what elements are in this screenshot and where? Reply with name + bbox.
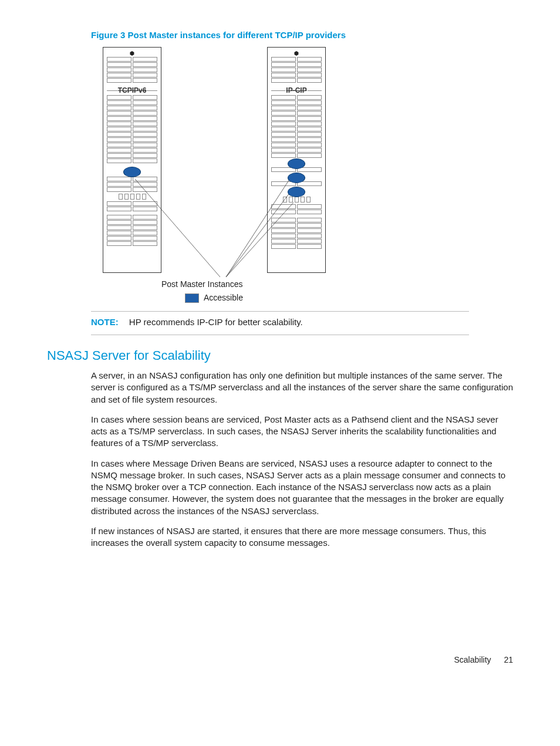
legend-label: Accessible xyxy=(204,292,243,303)
rack-label-ipcip: IP-CIP xyxy=(285,86,307,95)
page-footer: Scalability 21 xyxy=(47,654,513,666)
paragraph: A server, in an NSASJ configuration has … xyxy=(91,370,513,406)
hp-logo-icon: ⬢ xyxy=(271,50,322,57)
post-master-dot xyxy=(288,187,305,197)
section-title: NSASJ Server for Scalability xyxy=(47,347,513,364)
post-master-dot xyxy=(123,167,141,177)
paragraph: In cases where session beans are service… xyxy=(91,414,513,450)
section-body: A server, in an NSASJ configuration has … xyxy=(47,370,513,549)
rack-ipcip: ⬢ IP-CIP xyxy=(267,47,326,273)
note-label: NOTE: xyxy=(91,317,119,327)
paragraph: In cases where Message Driven Beans are … xyxy=(91,458,513,517)
rack-label-tcpipv6: TCPIPv6 xyxy=(117,86,147,95)
hp-logo-icon: ⬢ xyxy=(107,50,157,57)
legend: Accessible xyxy=(185,292,243,303)
note-text: HP recommends IP-CIP for better scalabil… xyxy=(129,317,303,327)
post-master-label: Post Master Instances xyxy=(161,279,243,290)
note-block: NOTE: HP recommends IP-CIP for better sc… xyxy=(91,311,469,335)
post-master-dot xyxy=(288,173,305,183)
footer-label: Scalability xyxy=(454,655,491,664)
figure-caption: Figure 3 Post Master instances for diffe… xyxy=(91,29,513,41)
figure-diagram: ⬢ TCPIPv6 xyxy=(103,47,513,299)
page-number: 21 xyxy=(504,655,513,664)
port-row xyxy=(107,194,157,200)
post-master-dot xyxy=(288,158,305,169)
paragraph: If new instances of NSASJ are started, i… xyxy=(91,525,513,549)
legend-swatch xyxy=(185,293,199,303)
port-row xyxy=(271,197,322,202)
rack-tcpipv6: ⬢ TCPIPv6 xyxy=(103,47,161,273)
